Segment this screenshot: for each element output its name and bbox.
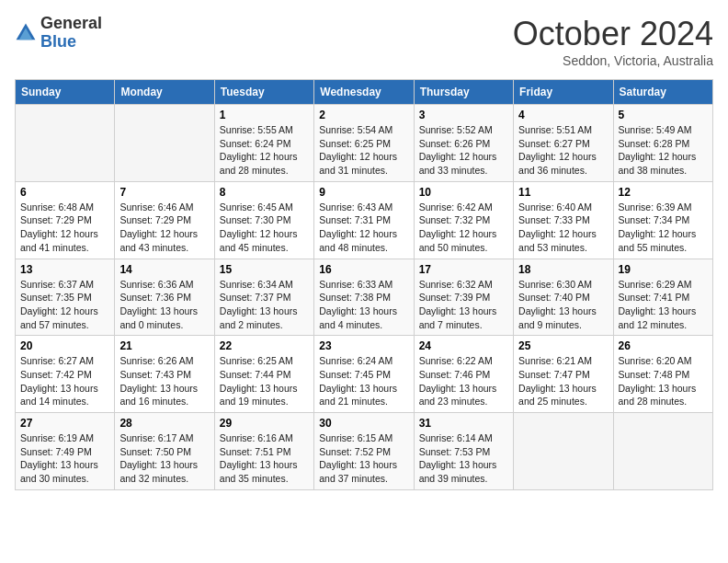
calendar-week-row: 20Sunrise: 6:27 AM Sunset: 7:42 PM Dayli… <box>16 336 713 413</box>
calendar-cell: 27Sunrise: 6:19 AM Sunset: 7:49 PM Dayli… <box>16 413 115 490</box>
day-number: 25 <box>518 339 608 352</box>
calendar-cell: 17Sunrise: 6:32 AM Sunset: 7:39 PM Dayli… <box>414 259 513 336</box>
calendar-cell: 3Sunrise: 5:52 AM Sunset: 6:26 PM Daylig… <box>414 105 513 182</box>
day-number: 19 <box>619 263 708 276</box>
page-header: General Blue October 2024 Seddon, Victor… <box>15 15 713 68</box>
day-info: Sunrise: 6:27 AM Sunset: 7:42 PM Dayligh… <box>20 354 109 408</box>
day-info: Sunrise: 6:48 AM Sunset: 7:29 PM Dayligh… <box>20 201 109 255</box>
calendar-cell: 6Sunrise: 6:48 AM Sunset: 7:29 PM Daylig… <box>16 181 115 259</box>
day-info: Sunrise: 6:29 AM Sunset: 7:41 PM Dayligh… <box>619 278 708 332</box>
day-number: 10 <box>419 186 508 199</box>
calendar-cell: 19Sunrise: 6:29 AM Sunset: 7:41 PM Dayli… <box>613 259 712 336</box>
calendar-cell: 26Sunrise: 6:20 AM Sunset: 7:48 PM Dayli… <box>613 336 712 413</box>
calendar-cell: 24Sunrise: 6:22 AM Sunset: 7:46 PM Dayli… <box>414 336 513 413</box>
calendar-week-row: 13Sunrise: 6:37 AM Sunset: 7:35 PM Dayli… <box>16 259 713 336</box>
calendar-table: SundayMondayTuesdayWednesdayThursdayFrid… <box>15 79 713 490</box>
calendar-cell <box>613 413 712 490</box>
day-number: 8 <box>220 186 309 199</box>
calendar-week-row: 1Sunrise: 5:55 AM Sunset: 6:24 PM Daylig… <box>16 105 713 182</box>
day-info: Sunrise: 6:17 AM Sunset: 7:50 PM Dayligh… <box>119 431 209 486</box>
day-info: Sunrise: 6:43 AM Sunset: 7:31 PM Dayligh… <box>319 201 408 255</box>
day-info: Sunrise: 6:32 AM Sunset: 7:39 PM Dayligh… <box>419 278 508 332</box>
calendar-cell: 25Sunrise: 6:21 AM Sunset: 7:47 PM Dayli… <box>514 336 613 413</box>
day-number: 21 <box>119 339 209 352</box>
day-number: 31 <box>419 417 508 430</box>
logo: General Blue <box>15 15 102 52</box>
day-number: 3 <box>419 109 508 121</box>
day-info: Sunrise: 6:15 AM Sunset: 7:52 PM Dayligh… <box>319 431 408 486</box>
day-number: 12 <box>619 186 708 199</box>
col-header-friday: Friday <box>514 80 613 105</box>
col-header-sunday: Sunday <box>16 80 115 105</box>
col-header-thursday: Thursday <box>414 80 513 105</box>
day-info: Sunrise: 5:49 AM Sunset: 6:28 PM Dayligh… <box>619 123 708 178</box>
day-info: Sunrise: 6:16 AM Sunset: 7:51 PM Dayligh… <box>220 431 309 486</box>
day-info: Sunrise: 6:21 AM Sunset: 7:47 PM Dayligh… <box>518 354 608 408</box>
day-number: 14 <box>119 263 209 276</box>
calendar-cell: 28Sunrise: 6:17 AM Sunset: 7:50 PM Dayli… <box>115 413 214 490</box>
day-info: Sunrise: 5:54 AM Sunset: 6:25 PM Dayligh… <box>319 123 408 178</box>
logo-icon <box>15 22 37 44</box>
calendar-cell: 4Sunrise: 5:51 AM Sunset: 6:27 PM Daylig… <box>514 105 613 182</box>
calendar-cell: 22Sunrise: 6:25 AM Sunset: 7:44 PM Dayli… <box>214 336 313 413</box>
day-info: Sunrise: 5:51 AM Sunset: 6:27 PM Dayligh… <box>518 123 608 178</box>
calendar-cell <box>115 105 214 182</box>
day-number: 15 <box>220 263 309 276</box>
calendar-cell: 29Sunrise: 6:16 AM Sunset: 7:51 PM Dayli… <box>214 413 313 490</box>
day-number: 18 <box>518 263 608 276</box>
title-block: October 2024 Seddon, Victoria, Australia <box>513 15 713 68</box>
col-header-wednesday: Wednesday <box>314 80 414 105</box>
day-number: 4 <box>518 109 608 121</box>
calendar-cell: 2Sunrise: 5:54 AM Sunset: 6:25 PM Daylig… <box>314 105 414 182</box>
calendar-cell: 16Sunrise: 6:33 AM Sunset: 7:38 PM Dayli… <box>314 259 414 336</box>
day-info: Sunrise: 6:20 AM Sunset: 7:48 PM Dayligh… <box>619 354 708 408</box>
calendar-week-row: 6Sunrise: 6:48 AM Sunset: 7:29 PM Daylig… <box>16 181 713 259</box>
day-number: 28 <box>119 417 209 430</box>
calendar-cell: 8Sunrise: 6:45 AM Sunset: 7:30 PM Daylig… <box>214 181 313 259</box>
logo-general: General <box>40 15 102 33</box>
calendar-week-row: 27Sunrise: 6:19 AM Sunset: 7:49 PM Dayli… <box>16 413 713 490</box>
day-number: 13 <box>20 263 109 276</box>
calendar-cell: 13Sunrise: 6:37 AM Sunset: 7:35 PM Dayli… <box>16 259 115 336</box>
logo-blue: Blue <box>40 33 102 52</box>
day-info: Sunrise: 6:19 AM Sunset: 7:49 PM Dayligh… <box>20 431 109 486</box>
day-number: 17 <box>419 263 508 276</box>
day-info: Sunrise: 5:52 AM Sunset: 6:26 PM Dayligh… <box>419 123 508 178</box>
day-info: Sunrise: 6:46 AM Sunset: 7:29 PM Dayligh… <box>119 201 209 255</box>
day-info: Sunrise: 6:45 AM Sunset: 7:30 PM Dayligh… <box>220 201 309 255</box>
month-title: October 2024 <box>513 15 713 53</box>
day-info: Sunrise: 6:22 AM Sunset: 7:46 PM Dayligh… <box>419 354 508 408</box>
day-number: 6 <box>20 186 109 199</box>
day-number: 22 <box>220 339 309 352</box>
calendar-cell: 1Sunrise: 5:55 AM Sunset: 6:24 PM Daylig… <box>214 105 313 182</box>
day-info: Sunrise: 6:33 AM Sunset: 7:38 PM Dayligh… <box>319 278 408 332</box>
day-info: Sunrise: 6:25 AM Sunset: 7:44 PM Dayligh… <box>220 354 309 408</box>
calendar-cell: 5Sunrise: 5:49 AM Sunset: 6:28 PM Daylig… <box>613 105 712 182</box>
logo-text: General Blue <box>40 15 102 52</box>
col-header-tuesday: Tuesday <box>214 80 313 105</box>
calendar-cell: 9Sunrise: 6:43 AM Sunset: 7:31 PM Daylig… <box>314 181 414 259</box>
calendar-cell: 15Sunrise: 6:34 AM Sunset: 7:37 PM Dayli… <box>214 259 313 336</box>
calendar-cell: 31Sunrise: 6:14 AM Sunset: 7:53 PM Dayli… <box>414 413 513 490</box>
calendar-cell: 18Sunrise: 6:30 AM Sunset: 7:40 PM Dayli… <box>514 259 613 336</box>
day-info: Sunrise: 6:39 AM Sunset: 7:34 PM Dayligh… <box>619 201 708 255</box>
day-info: Sunrise: 6:34 AM Sunset: 7:37 PM Dayligh… <box>220 278 309 332</box>
calendar-cell: 21Sunrise: 6:26 AM Sunset: 7:43 PM Dayli… <box>115 336 214 413</box>
day-number: 27 <box>20 417 109 430</box>
day-info: Sunrise: 6:36 AM Sunset: 7:36 PM Dayligh… <box>119 278 209 332</box>
day-number: 2 <box>319 109 408 121</box>
calendar-cell: 23Sunrise: 6:24 AM Sunset: 7:45 PM Dayli… <box>314 336 414 413</box>
day-info: Sunrise: 5:55 AM Sunset: 6:24 PM Dayligh… <box>220 123 309 178</box>
calendar-cell: 7Sunrise: 6:46 AM Sunset: 7:29 PM Daylig… <box>115 181 214 259</box>
calendar-header-row: SundayMondayTuesdayWednesdayThursdayFrid… <box>16 80 713 105</box>
day-number: 5 <box>619 109 708 121</box>
day-number: 29 <box>220 417 309 430</box>
day-info: Sunrise: 6:14 AM Sunset: 7:53 PM Dayligh… <box>419 431 508 486</box>
calendar-cell: 30Sunrise: 6:15 AM Sunset: 7:52 PM Dayli… <box>314 413 414 490</box>
day-info: Sunrise: 6:30 AM Sunset: 7:40 PM Dayligh… <box>518 278 608 332</box>
day-number: 20 <box>20 339 109 352</box>
day-number: 7 <box>119 186 209 199</box>
location-subtitle: Seddon, Victoria, Australia <box>513 53 713 68</box>
calendar-cell: 11Sunrise: 6:40 AM Sunset: 7:33 PM Dayli… <box>514 181 613 259</box>
day-info: Sunrise: 6:26 AM Sunset: 7:43 PM Dayligh… <box>119 354 209 408</box>
